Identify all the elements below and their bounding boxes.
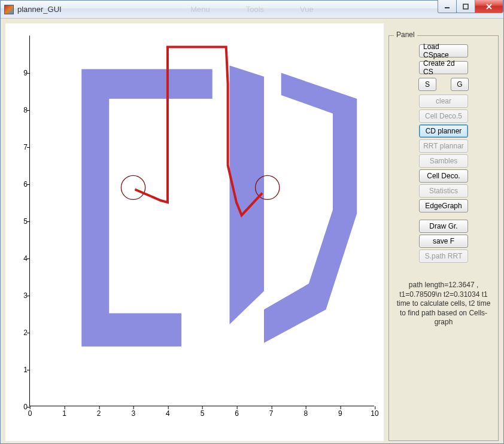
close-button[interactable] <box>475 0 503 13</box>
minimize-icon <box>444 4 450 10</box>
x-tick: 7 <box>269 409 274 418</box>
sambles-button[interactable]: Sambles <box>419 154 468 168</box>
window-title: planner_GUI <box>17 5 62 14</box>
app-icon <box>4 5 14 14</box>
y-tick: 7 <box>16 143 28 151</box>
svg-rect-1 <box>463 4 468 9</box>
y-tick: 6 <box>16 180 28 188</box>
x-tick: 6 <box>235 409 239 418</box>
spath-rrt-button[interactable]: S.path RRT <box>419 250 468 263</box>
cd-planner-button[interactable]: CD planner <box>419 124 468 138</box>
figure-area: 0123456789012345678910 <box>5 23 384 441</box>
titlebar[interactable]: planner_GUI Menu Tools Vue <box>1 1 503 19</box>
x-tick: 9 <box>338 409 342 418</box>
load-cspace-button[interactable]: Load CSpace <box>419 44 468 57</box>
save-f-button[interactable]: save F <box>419 235 468 248</box>
x-tick: 5 <box>201 409 205 418</box>
edgegraph-button[interactable]: EdgeGraph <box>419 199 468 212</box>
x-tick: 2 <box>97 409 101 418</box>
client-area: 0123456789012345678910 Panel Load CSpace… <box>1 19 503 443</box>
x-tick: 1 <box>62 409 66 418</box>
control-panel: Panel Load CSpace Create 2d CS S G clear… <box>388 35 499 441</box>
rrt-planner-button[interactable]: RRT plannar <box>419 139 468 153</box>
y-tick: 4 <box>16 254 28 263</box>
maximize-icon <box>463 4 469 10</box>
obstacle-polygon <box>81 69 212 347</box>
panel-inner: Load CSpace Create 2d CS S G clear Cell … <box>389 36 498 331</box>
x-tick: 3 <box>131 409 135 418</box>
ghost-menu: Menu Tools Vue <box>190 5 314 14</box>
maximize-button[interactable] <box>456 0 475 13</box>
draw-gr-button[interactable]: Draw Gr. <box>419 220 468 233</box>
y-tick: 9 <box>16 69 28 77</box>
window-controls <box>438 0 503 13</box>
y-tick: 8 <box>16 106 28 114</box>
s-button[interactable]: S <box>418 78 436 91</box>
cell-deco-button[interactable]: Cell Deco. <box>419 169 468 183</box>
close-icon <box>485 3 493 10</box>
x-tick: 8 <box>303 409 308 418</box>
cell-deco5-button[interactable]: Cell Deco.5 <box>419 110 468 123</box>
panel-title: Panel <box>394 31 417 39</box>
clear-button[interactable]: clear <box>419 95 468 108</box>
y-tick: 0 <box>16 403 28 411</box>
create-2d-cs-button[interactable]: Create 2d CS <box>419 61 468 74</box>
start-circle <box>121 175 145 199</box>
app-window: planner_GUI Menu Tools Vue 0123456789012… <box>0 0 504 444</box>
y-tick: 5 <box>16 217 28 226</box>
minimize-button[interactable] <box>438 0 457 13</box>
plot-canvas <box>30 36 374 406</box>
x-tick: 4 <box>166 409 170 418</box>
axes[interactable]: 0123456789012345678910 <box>29 35 374 406</box>
obstacle-polygon <box>264 73 357 343</box>
y-tick: 1 <box>16 366 28 374</box>
y-tick: 2 <box>16 329 28 337</box>
statistics-button[interactable]: Statistics <box>419 184 468 197</box>
status-text: path length=12.3647 , t1=0.78509\n t2=0.… <box>395 281 492 327</box>
x-tick: 0 <box>28 409 32 418</box>
g-button[interactable]: G <box>451 78 469 91</box>
x-tick: 10 <box>371 409 378 418</box>
y-tick: 3 <box>16 291 28 300</box>
